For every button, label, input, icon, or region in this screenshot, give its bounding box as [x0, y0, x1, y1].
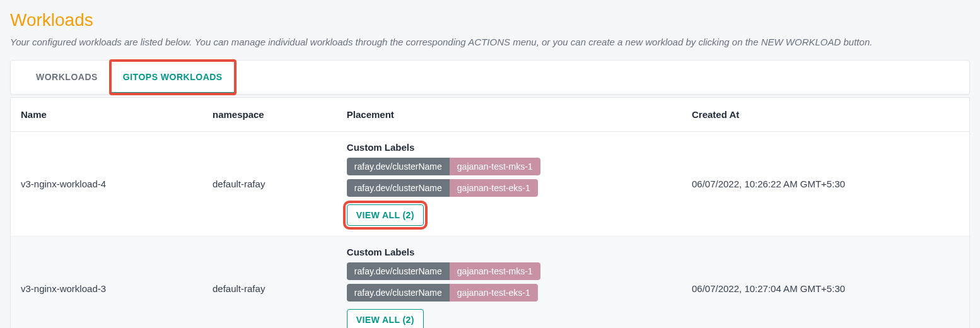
view-all-button[interactable]: VIEW ALL (2): [347, 309, 424, 328]
cell-created-at: 06/07/2022, 10:27:04 AM GMT+5:30: [682, 237, 969, 329]
label-pair: rafay.dev/clusterNamegajanan-test-mks-1: [347, 262, 540, 280]
label-value: gajanan-test-eks-1: [450, 179, 538, 197]
label-value: gajanan-test-eks-1: [450, 284, 538, 302]
header-placement: Placement: [337, 98, 682, 132]
tab-workloads[interactable]: WORKLOADS: [23, 61, 110, 94]
custom-labels-title: Custom Labels: [347, 142, 672, 153]
label-key: rafay.dev/clusterName: [347, 158, 450, 175]
cell-name: v3-nginx-workload-4: [11, 132, 202, 237]
table-row: v3-nginx-workload-3default-rafayCustom L…: [11, 237, 969, 329]
cell-name: v3-nginx-workload-3: [11, 237, 202, 329]
cell-placement: Custom Labelsrafay.dev/clusterNamegajana…: [337, 132, 682, 237]
cell-placement: Custom Labelsrafay.dev/clusterNamegajana…: [337, 237, 682, 329]
label-pair: rafay.dev/clusterNamegajanan-test-mks-1: [347, 158, 540, 175]
label-key: rafay.dev/clusterName: [347, 262, 450, 280]
page-title: Workloads: [10, 10, 970, 30]
label-pair: rafay.dev/clusterNamegajanan-test-eks-1: [347, 179, 538, 197]
workloads-table-card: Name namespace Placement Created At v3-n…: [10, 97, 970, 328]
table-row: v3-nginx-workload-4default-rafayCustom L…: [11, 132, 969, 237]
cell-created-at: 06/07/2022, 10:26:22 AM GMT+5:30: [682, 132, 969, 237]
workloads-table: Name namespace Placement Created At v3-n…: [11, 98, 969, 328]
header-name: Name: [11, 98, 202, 132]
label-value: gajanan-test-mks-1: [450, 262, 540, 280]
label-pair: rafay.dev/clusterNamegajanan-test-eks-1: [347, 284, 538, 302]
cell-namespace: default-rafay: [202, 237, 337, 329]
label-key: rafay.dev/clusterName: [347, 179, 450, 197]
label-key: rafay.dev/clusterName: [347, 284, 450, 302]
header-created-at: Created At: [682, 98, 969, 132]
page-subtitle: Your configured workloads are listed bel…: [10, 37, 970, 47]
tabs-container: WORKLOADS GITOPS WORKLOADS: [10, 60, 970, 95]
label-value: gajanan-test-mks-1: [450, 158, 540, 175]
view-all-button[interactable]: VIEW ALL (2): [347, 204, 424, 226]
custom-labels-title: Custom Labels: [347, 247, 672, 257]
header-namespace: namespace: [202, 98, 337, 132]
tab-gitops-workloads[interactable]: GITOPS WORKLOADS: [110, 61, 235, 94]
cell-namespace: default-rafay: [202, 132, 337, 237]
